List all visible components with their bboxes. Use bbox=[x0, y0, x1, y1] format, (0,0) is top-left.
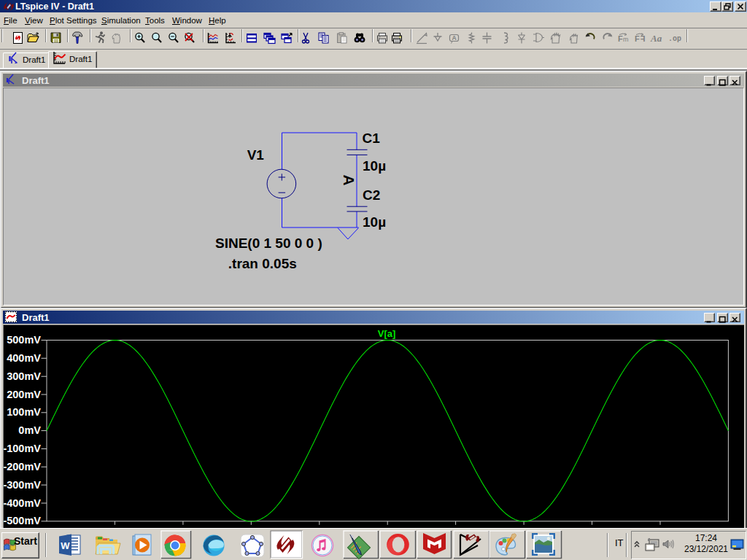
svg-text:300mV: 300mV bbox=[7, 370, 41, 382]
svg-text:A: A bbox=[341, 175, 357, 186]
svg-text:A: A bbox=[452, 34, 456, 42]
svg-text:W: W bbox=[61, 540, 70, 551]
svg-text:-500mV: -500mV bbox=[4, 515, 41, 526]
svg-text:m: m bbox=[623, 36, 629, 43]
svg-text:500mV: 500mV bbox=[7, 334, 41, 346]
svg-text:V[a]: V[a] bbox=[378, 328, 396, 339]
svg-text:C1: C1 bbox=[363, 131, 381, 146]
svg-text:100mV: 100mV bbox=[7, 406, 41, 418]
svg-text:V1: V1 bbox=[247, 147, 265, 163]
svg-text:400mV: 400mV bbox=[7, 352, 41, 364]
svg-text:0mV: 0mV bbox=[18, 424, 41, 436]
svg-text:-400mV: -400mV bbox=[4, 497, 41, 509]
svg-text:C2: C2 bbox=[363, 187, 380, 203]
svg-text:10µ: 10µ bbox=[363, 214, 386, 230]
svg-text:.tran 0.05s: .tran 0.05s bbox=[228, 256, 297, 271]
svg-text:F: F bbox=[618, 34, 623, 43]
svg-text:-100mV: -100mV bbox=[4, 443, 41, 454]
svg-text:.op: .op bbox=[668, 35, 681, 43]
svg-text:-300mV: -300mV bbox=[4, 479, 41, 491]
svg-text:200mV: 200mV bbox=[7, 389, 41, 400]
svg-text:F: F bbox=[635, 34, 640, 43]
svg-text:Aa: Aa bbox=[650, 33, 662, 44]
svg-text:10µ: 10µ bbox=[363, 158, 386, 174]
svg-text:SINE(0 1 50 0 0 ): SINE(0 1 50 0 0 ) bbox=[215, 236, 322, 251]
svg-text:F: F bbox=[640, 34, 646, 43]
svg-text:-200mV: -200mV bbox=[4, 461, 41, 472]
